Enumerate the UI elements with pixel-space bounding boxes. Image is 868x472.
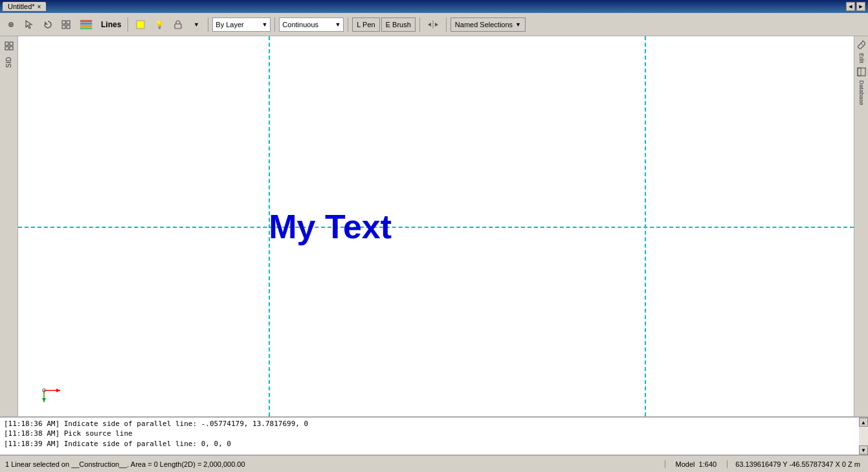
edit-label[interactable]: Edit [858,53,865,63]
svg-rect-17 [5,42,8,45]
svg-rect-11 [80,28,92,29]
nav-right-btn[interactable]: ► [856,2,865,11]
tab-label: Untitled* [8,3,35,10]
pen-brush-group: L Pen E Brush [352,17,415,32]
svg-rect-9 [80,23,92,25]
status-coordinates: 63.139616479 Y -46.55787347 X 0 Z m [728,460,868,468]
scroll-track[interactable] [859,427,868,445]
log-panel: [11:18:36 AM] Indicate side of parallel … [0,416,868,455]
svg-marker-24 [42,398,46,402]
named-selections-btn[interactable]: Named Selections ▼ [451,17,526,32]
svg-point-1 [10,23,12,25]
log-line-1: [11:18:36 AM] Indicate side of parallel … [4,419,864,429]
svg-rect-12 [137,21,144,28]
scroll-up-arrow[interactable]: ▲ [859,418,868,427]
sid-label: SID [5,57,12,68]
log-line-2: [11:18:38 AM] Pick source line [4,429,864,438]
snap-icon [4,41,14,51]
color-btn[interactable] [132,16,149,33]
linetype-dropdown[interactable]: Continuous ▼ [279,17,344,32]
svg-rect-28 [858,68,861,76]
sep4 [348,17,348,32]
title-bar: Untitled* × ◄ ► [0,0,868,13]
linetype-arrow: ▼ [335,21,340,28]
panel-btn[interactable] [856,66,867,78]
svg-rect-18 [10,42,13,45]
crosshair-vertical-2 [645,36,646,416]
named-selections-arrow: ▼ [515,21,521,28]
rotate-icon [43,20,52,29]
grid-icon [61,20,71,29]
coordinate-axes [38,377,63,403]
toolbar: Lines 💡 ▼ By Layer ▼ Continuous ▼ L Pen … [0,13,868,36]
mirror-btn[interactable] [424,16,442,33]
svg-rect-5 [67,21,70,24]
svg-rect-27 [858,68,865,76]
by-layer-arrow: ▼ [262,21,267,28]
pen-btn[interactable]: L Pen [352,17,379,32]
grid-btn[interactable] [58,16,74,33]
by-layer-dropdown[interactable]: By Layer ▼ [212,17,271,32]
sep5 [419,17,420,32]
scroll-down-arrow[interactable]: ▼ [859,445,868,455]
panel-icon [857,67,866,76]
log-scrollbar[interactable]: ▲ ▼ [859,418,868,455]
brush-btn[interactable]: E Brush [381,17,416,32]
canvas-area[interactable]: My Text [18,36,854,416]
layers-icon [80,19,93,30]
svg-rect-8 [80,20,92,22]
named-selections-label: Named Selections [455,21,513,28]
lock-icon [174,20,182,29]
settings-icon [6,19,16,30]
svg-rect-19 [5,47,8,50]
sep3 [274,17,275,32]
cursor-btn[interactable] [22,16,38,33]
rotate-btn[interactable] [40,16,56,33]
by-layer-label: By Layer [216,21,243,28]
svg-rect-10 [80,25,92,27]
document-tab[interactable]: Untitled* × [3,2,46,11]
layer-name: Lines [98,20,124,29]
database-label[interactable]: Database [858,80,865,106]
crosshair-horizontal [18,227,854,228]
color-icon [135,19,146,30]
status-model-scale: Model 1:640 [665,460,728,468]
svg-rect-4 [62,21,65,24]
color-dropdown-btn[interactable]: ▼ [188,16,204,33]
sep1 [128,17,128,32]
log-line-3: [11:18:39 AM] Indicate side of parallel … [4,439,864,449]
linetype-label: Continuous [282,21,318,28]
svg-marker-22 [56,388,60,392]
layers-btn[interactable] [76,16,96,33]
svg-marker-2 [26,21,32,28]
svg-rect-7 [67,25,70,28]
main-area: SID My Text [0,36,868,416]
canvas-main-text: My Text [269,207,392,246]
axes-svg [38,377,63,403]
lock-btn[interactable] [170,16,186,33]
status-bar: 1 Linear selected on __Construction__. A… [0,455,868,472]
cursor-icon [25,20,34,29]
sep6 [446,17,447,32]
svg-marker-16 [435,23,438,27]
mirror-icon [427,20,439,29]
scale-label: 1:640 [699,460,717,468]
sep2 [208,17,208,32]
status-selection-info: 1 Linear selected on __Construction__. A… [0,460,665,468]
svg-rect-6 [62,25,65,28]
settings-btn[interactable] [3,16,19,33]
wrench-icon [857,40,866,49]
wrench-btn[interactable] [856,39,867,51]
svg-rect-13 [175,24,181,28]
sidebar-snap-btn[interactable] [2,39,16,53]
tab-bar: Untitled* × [3,2,46,11]
tab-close-icon[interactable]: × [38,3,41,10]
model-label: Model [676,460,695,468]
svg-rect-20 [10,47,13,50]
left-sidebar: SID [0,36,18,416]
svg-marker-3 [45,21,48,25]
window-controls: ◄ ► [846,2,865,11]
svg-line-26 [861,43,863,45]
light-btn[interactable]: 💡 [151,16,168,33]
nav-left-btn[interactable]: ◄ [846,2,855,11]
